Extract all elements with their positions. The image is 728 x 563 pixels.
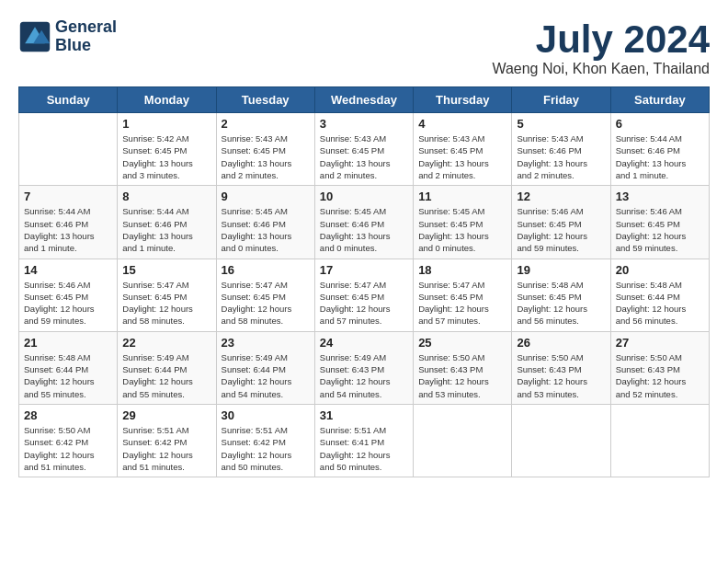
calendar-week-4: 21Sunrise: 5:48 AM Sunset: 6:44 PM Dayli… [19, 331, 710, 404]
day-info: Sunrise: 5:50 AM Sunset: 6:43 PM Dayligh… [616, 351, 704, 400]
calendar-cell: 6Sunrise: 5:44 AM Sunset: 6:46 PM Daylig… [610, 113, 709, 186]
day-number: 9 [222, 190, 310, 203]
day-number: 14 [24, 263, 112, 277]
logo-icon [18, 20, 51, 53]
day-number: 18 [418, 263, 506, 277]
day-info: Sunrise: 5:45 AM Sunset: 6:46 PM Dayligh… [222, 205, 310, 254]
weekday-header-saturday: Saturday [610, 87, 709, 113]
calendar-cell: 19Sunrise: 5:48 AM Sunset: 6:45 PM Dayli… [512, 259, 610, 331]
calendar-cell: 10Sunrise: 5:45 AM Sunset: 6:46 PM Dayli… [314, 186, 413, 259]
day-info: Sunrise: 5:48 AM Sunset: 6:45 PM Dayligh… [517, 279, 605, 327]
day-number: 21 [24, 336, 112, 350]
calendar-cell: 18Sunrise: 5:47 AM Sunset: 6:45 PM Dayli… [414, 259, 512, 331]
calendar-cell: 20Sunrise: 5:48 AM Sunset: 6:44 PM Dayli… [610, 259, 709, 331]
day-info: Sunrise: 5:44 AM Sunset: 6:46 PM Dayligh… [616, 132, 704, 181]
calendar-cell: 1Sunrise: 5:42 AM Sunset: 6:45 PM Daylig… [118, 113, 216, 186]
day-info: Sunrise: 5:50 AM Sunset: 6:43 PM Dayligh… [418, 351, 506, 400]
day-number: 28 [24, 408, 112, 422]
calendar-week-1: 1Sunrise: 5:42 AM Sunset: 6:45 PM Daylig… [19, 113, 710, 186]
day-info: Sunrise: 5:50 AM Sunset: 6:42 PM Dayligh… [24, 424, 112, 473]
day-info: Sunrise: 5:42 AM Sunset: 6:45 PM Dayligh… [122, 132, 210, 181]
day-info: Sunrise: 5:46 AM Sunset: 6:45 PM Dayligh… [616, 205, 704, 254]
day-info: Sunrise: 5:48 AM Sunset: 6:44 PM Dayligh… [24, 351, 112, 400]
weekday-header-monday: Monday [118, 87, 216, 113]
weekday-header-sunday: Sunday [19, 87, 118, 113]
day-info: Sunrise: 5:44 AM Sunset: 6:46 PM Dayligh… [122, 205, 210, 254]
day-info: Sunrise: 5:46 AM Sunset: 6:45 PM Dayligh… [517, 205, 605, 254]
calendar-cell: 27Sunrise: 5:50 AM Sunset: 6:43 PM Dayli… [610, 331, 709, 404]
day-number: 13 [616, 190, 704, 203]
calendar-cell: 13Sunrise: 5:46 AM Sunset: 6:45 PM Dayli… [610, 186, 709, 259]
calendar-cell [19, 113, 118, 186]
page-header: General Blue July 2024 Waeng Noi, Khon K… [18, 18, 710, 77]
calendar-cell: 25Sunrise: 5:50 AM Sunset: 6:43 PM Dayli… [414, 331, 512, 404]
calendar-cell: 8Sunrise: 5:44 AM Sunset: 6:46 PM Daylig… [118, 186, 216, 259]
calendar-cell: 24Sunrise: 5:49 AM Sunset: 6:43 PM Dayli… [314, 331, 413, 404]
calendar-cell [414, 404, 512, 477]
calendar-table: SundayMondayTuesdayWednesdayThursdayFrid… [18, 86, 710, 477]
day-info: Sunrise: 5:49 AM Sunset: 6:44 PM Dayligh… [122, 351, 210, 400]
calendar-cell: 28Sunrise: 5:50 AM Sunset: 6:42 PM Dayli… [19, 404, 118, 477]
calendar-cell: 23Sunrise: 5:49 AM Sunset: 6:44 PM Dayli… [216, 331, 314, 404]
calendar-cell: 2Sunrise: 5:43 AM Sunset: 6:45 PM Daylig… [216, 113, 314, 186]
day-info: Sunrise: 5:43 AM Sunset: 6:45 PM Dayligh… [320, 132, 408, 181]
day-number: 17 [320, 263, 408, 277]
day-number: 29 [122, 408, 210, 422]
calendar-cell: 3Sunrise: 5:43 AM Sunset: 6:45 PM Daylig… [314, 113, 413, 186]
day-info: Sunrise: 5:44 AM Sunset: 6:46 PM Dayligh… [24, 205, 112, 254]
day-info: Sunrise: 5:45 AM Sunset: 6:45 PM Dayligh… [418, 205, 506, 254]
calendar-cell: 30Sunrise: 5:51 AM Sunset: 6:42 PM Dayli… [216, 404, 314, 477]
day-info: Sunrise: 5:43 AM Sunset: 6:45 PM Dayligh… [222, 132, 310, 181]
day-info: Sunrise: 5:49 AM Sunset: 6:44 PM Dayligh… [222, 351, 310, 400]
weekday-header-friday: Friday [512, 87, 610, 113]
day-number: 7 [24, 190, 112, 203]
day-info: Sunrise: 5:51 AM Sunset: 6:42 PM Dayligh… [122, 424, 210, 473]
day-number: 8 [122, 190, 210, 203]
day-number: 1 [122, 117, 210, 131]
calendar-cell: 4Sunrise: 5:43 AM Sunset: 6:45 PM Daylig… [414, 113, 512, 186]
day-info: Sunrise: 5:47 AM Sunset: 6:45 PM Dayligh… [222, 279, 310, 327]
day-info: Sunrise: 5:47 AM Sunset: 6:45 PM Dayligh… [418, 279, 506, 327]
weekday-header-thursday: Thursday [414, 87, 512, 113]
calendar-cell: 15Sunrise: 5:47 AM Sunset: 6:45 PM Dayli… [118, 259, 216, 331]
day-info: Sunrise: 5:45 AM Sunset: 6:46 PM Dayligh… [320, 205, 408, 254]
day-info: Sunrise: 5:51 AM Sunset: 6:41 PM Dayligh… [320, 424, 408, 473]
day-info: Sunrise: 5:43 AM Sunset: 6:46 PM Dayligh… [517, 132, 605, 181]
day-info: Sunrise: 5:47 AM Sunset: 6:45 PM Dayligh… [320, 279, 408, 327]
day-number: 23 [222, 336, 310, 350]
day-number: 3 [320, 117, 408, 131]
day-info: Sunrise: 5:51 AM Sunset: 6:42 PM Dayligh… [222, 424, 310, 473]
weekday-header-tuesday: Tuesday [216, 87, 314, 113]
day-number: 30 [222, 408, 310, 422]
calendar-cell: 22Sunrise: 5:49 AM Sunset: 6:44 PM Dayli… [118, 331, 216, 404]
day-number: 4 [418, 117, 506, 131]
day-info: Sunrise: 5:49 AM Sunset: 6:43 PM Dayligh… [320, 351, 408, 400]
calendar-cell: 16Sunrise: 5:47 AM Sunset: 6:45 PM Dayli… [216, 259, 314, 331]
calendar-cell [512, 404, 610, 477]
day-number: 26 [517, 336, 605, 350]
calendar-cell: 12Sunrise: 5:46 AM Sunset: 6:45 PM Dayli… [512, 186, 610, 259]
day-number: 2 [222, 117, 310, 131]
day-number: 6 [616, 117, 704, 131]
calendar-week-5: 28Sunrise: 5:50 AM Sunset: 6:42 PM Dayli… [19, 404, 710, 477]
calendar-cell: 21Sunrise: 5:48 AM Sunset: 6:44 PM Dayli… [19, 331, 118, 404]
logo-line1: General [55, 18, 117, 37]
calendar-cell: 29Sunrise: 5:51 AM Sunset: 6:42 PM Dayli… [118, 404, 216, 477]
calendar-cell: 26Sunrise: 5:50 AM Sunset: 6:43 PM Dayli… [512, 331, 610, 404]
day-number: 5 [517, 117, 605, 131]
month-year-title: July 2024 [492, 18, 710, 61]
calendar-cell: 17Sunrise: 5:47 AM Sunset: 6:45 PM Dayli… [314, 259, 413, 331]
location-subtitle: Waeng Noi, Khon Kaen, Thailand [492, 61, 710, 77]
day-number: 31 [320, 408, 408, 422]
day-number: 15 [122, 263, 210, 277]
weekday-header-wednesday: Wednesday [314, 87, 413, 113]
calendar-week-2: 7Sunrise: 5:44 AM Sunset: 6:46 PM Daylig… [19, 186, 710, 259]
day-number: 10 [320, 190, 408, 203]
day-number: 16 [222, 263, 310, 277]
day-info: Sunrise: 5:48 AM Sunset: 6:44 PM Dayligh… [616, 279, 704, 327]
calendar-cell: 14Sunrise: 5:46 AM Sunset: 6:45 PM Dayli… [19, 259, 118, 331]
day-number: 22 [122, 336, 210, 350]
day-number: 27 [616, 336, 704, 350]
logo-line2: Blue [55, 37, 117, 55]
day-number: 24 [320, 336, 408, 350]
